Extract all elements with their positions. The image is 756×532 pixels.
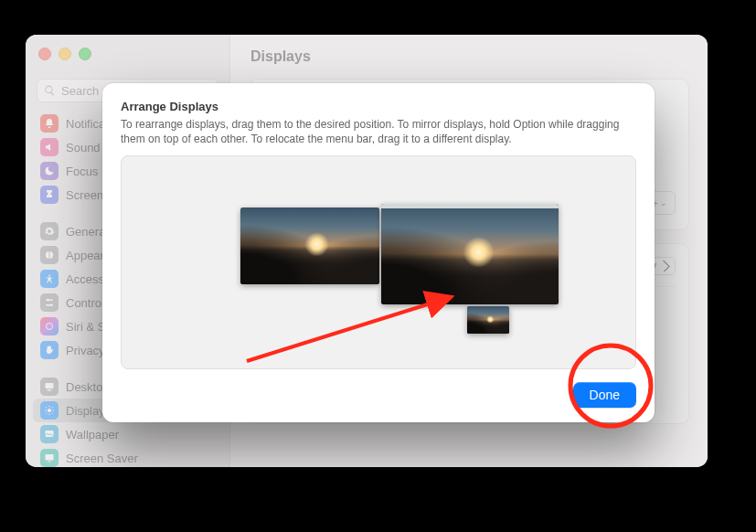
sidebar-item-label: Focus — [66, 165, 98, 178]
display-3[interactable] — [467, 306, 509, 334]
siri-icon — [40, 317, 59, 335]
arrange-canvas[interactable] — [121, 155, 636, 369]
svg-rect-11 — [46, 454, 54, 461]
hourglass-icon — [40, 186, 59, 204]
sidebar-item-label: Wallpaper — [66, 428, 119, 442]
sidebar-item-screen-saver[interactable]: Screen Saver — [33, 446, 222, 467]
close-icon[interactable] — [38, 48, 51, 60]
wallpaper-icon — [40, 425, 59, 443]
svg-rect-12 — [48, 462, 51, 463]
search-icon — [44, 85, 56, 97]
sidebar-item-label: Screen Saver — [66, 452, 138, 465]
gear-icon — [40, 222, 59, 240]
hand-icon — [40, 341, 59, 359]
wallpaper-preview — [240, 207, 379, 284]
svg-point-4 — [47, 299, 49, 302]
svg-rect-2 — [46, 300, 53, 302]
svg-rect-8 — [48, 389, 52, 391]
sheet-title: Arrange Displays — [121, 100, 636, 113]
page-title: Displays — [230, 35, 708, 79]
dock-icon — [40, 378, 59, 396]
svg-point-9 — [48, 409, 51, 412]
arrange-displays-sheet: Arrange Displays To rearrange displays, … — [102, 83, 655, 422]
wallpaper-preview — [381, 204, 559, 304]
svg-point-6 — [47, 324, 53, 330]
bell-icon — [40, 114, 59, 133]
sidebar-item-wallpaper[interactable]: Wallpaper — [33, 422, 222, 446]
window-traffic-lights[interactable] — [38, 48, 91, 60]
wallpaper-preview — [467, 306, 509, 334]
done-button[interactable]: Done — [573, 382, 636, 408]
svg-rect-7 — [46, 383, 54, 388]
zoom-icon[interactable] — [79, 48, 91, 60]
chevron-down-icon: ⌄ — [660, 198, 667, 207]
display-2[interactable] — [381, 204, 559, 304]
minimize-icon[interactable] — [59, 48, 71, 60]
speaker-icon — [40, 138, 59, 156]
menu-bar-handle[interactable] — [381, 204, 559, 208]
svg-point-5 — [50, 304, 53, 307]
sliders-icon — [40, 293, 59, 312]
display-icon — [40, 401, 59, 420]
accessibility-icon — [40, 270, 59, 288]
moon-icon — [40, 162, 59, 180]
screensaver-icon — [40, 449, 59, 467]
svg-point-1 — [48, 275, 50, 277]
sheet-description: To rearrange displays, drag them to the … — [121, 117, 636, 146]
display-1[interactable] — [240, 207, 379, 284]
appearance-icon — [40, 246, 59, 264]
sidebar-item-label: Sound — [66, 141, 101, 154]
